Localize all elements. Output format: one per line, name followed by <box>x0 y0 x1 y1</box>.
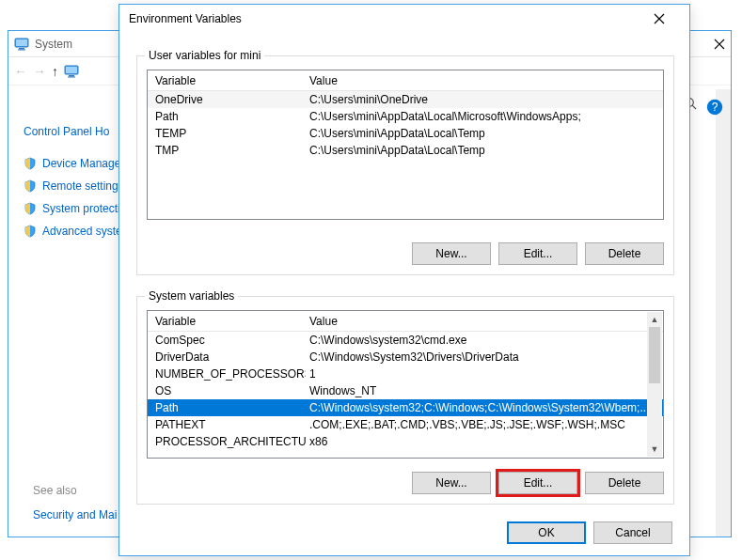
svg-rect-3 <box>18 49 25 50</box>
svg-line-9 <box>692 105 696 109</box>
close-button[interactable] <box>639 6 680 32</box>
var-value: C:\Windows\system32\cmd.exe <box>306 334 663 347</box>
var-value: .COM;.EXE;.BAT;.CMD;.VBS;.VBE;.JS;.JSE;.… <box>306 418 663 431</box>
var-name: OneDrive <box>148 93 306 106</box>
sys-delete-button[interactable]: Delete <box>585 472 664 494</box>
table-row[interactable]: PROCESSOR_ARCHITECTUREx86 <box>148 433 663 450</box>
var-name: TEMP <box>148 127 306 140</box>
table-row[interactable]: ComSpecC:\Windows\system32\cmd.exe <box>148 332 663 349</box>
var-value: C:\Users\mini\AppData\Local\Microsoft\Wi… <box>306 110 663 123</box>
var-name: PATHEXT <box>148 418 306 431</box>
table-row[interactable]: OneDriveC:\Users\mini\OneDrive <box>148 91 663 108</box>
content-scrollbar[interactable] <box>716 89 731 537</box>
system-close-button[interactable] <box>714 39 725 50</box>
sidebar: Control Panel Ho Device ManagerRemote se… <box>24 125 132 247</box>
svg-rect-1 <box>16 39 27 46</box>
col-value[interactable]: Value <box>306 74 663 87</box>
table-row[interactable]: TEMPC:\Users\mini\AppData\Local\Temp <box>148 125 663 142</box>
list-scrollbar[interactable]: ▲ ▼ <box>647 312 662 457</box>
scroll-thumb[interactable] <box>649 327 660 383</box>
system-vars-group: System variables Variable Value ComSpecC… <box>136 296 674 505</box>
var-name: NUMBER_OF_PROCESSORS <box>148 367 306 381</box>
table-row[interactable]: NUMBER_OF_PROCESSORS1 <box>148 366 663 382</box>
col-variable[interactable]: Variable <box>148 315 306 328</box>
monitor-icon <box>64 64 79 79</box>
sidebar-item[interactable]: Device Manager <box>24 157 132 170</box>
monitor-icon <box>14 37 29 52</box>
system-vars-list[interactable]: Variable Value ComSpecC:\Windows\system3… <box>147 310 664 459</box>
user-delete-button[interactable]: Delete <box>585 242 664 265</box>
user-new-button[interactable]: New... <box>412 242 491 265</box>
shield-icon <box>24 157 37 170</box>
table-row[interactable]: PathC:\Windows\system32;C:\Windows;C:\Wi… <box>148 399 663 416</box>
user-vars-buttons: New... Edit... Delete <box>412 242 664 265</box>
var-value: C:\Users\mini\OneDrive <box>306 93 663 106</box>
var-value: C:\Users\mini\AppData\Local\Temp <box>306 144 663 157</box>
see-also-section: See also Security and Mai <box>33 484 117 521</box>
var-name: Path <box>148 401 306 414</box>
system-vars-buttons: New... Edit... Delete <box>412 472 664 494</box>
table-row[interactable]: PATHEXT.COM;.EXE;.BAT;.CMD;.VBS;.VBE;.JS… <box>148 416 663 433</box>
sidebar-item[interactable]: Remote settings <box>24 179 132 193</box>
user-vars-list[interactable]: Variable Value OneDriveC:\Users\mini\One… <box>147 70 664 220</box>
var-value: C:\Users\mini\AppData\Local\Temp <box>306 127 663 140</box>
svg-text:?: ? <box>712 101 718 114</box>
var-name: Path <box>148 110 306 123</box>
sidebar-item-label: System protectio <box>42 202 126 215</box>
dialog-title: Environment Variables <box>129 12 242 25</box>
env-vars-dialog: Environment Variables User variables for… <box>118 4 690 556</box>
shield-icon <box>24 202 37 215</box>
scroll-up-icon[interactable]: ▲ <box>647 312 662 327</box>
shield-icon <box>24 179 37 193</box>
sidebar-item-label: Remote settings <box>42 179 124 193</box>
col-variable[interactable]: Variable <box>148 74 306 87</box>
sys-new-button[interactable]: New... <box>412 472 491 494</box>
user-edit-button[interactable]: Edit... <box>498 242 577 265</box>
dialog-titlebar: Environment Variables <box>119 5 689 33</box>
sys-edit-button[interactable]: Edit... <box>498 472 577 494</box>
sidebar-item[interactable]: Advanced system <box>24 225 132 238</box>
svg-rect-5 <box>66 67 77 73</box>
system-vars-label: System variables <box>145 289 238 303</box>
table-row[interactable]: OSWindows_NT <box>148 382 663 399</box>
var-name: DriverData <box>148 350 306 364</box>
cancel-button[interactable]: Cancel <box>593 521 672 544</box>
var-value: x86 <box>306 435 663 448</box>
var-value: C:\Windows\System32\Drivers\DriverData <box>306 350 663 364</box>
see-also-label: See also <box>33 484 117 497</box>
scroll-down-icon[interactable]: ▼ <box>647 442 662 457</box>
nav-up-icon[interactable]: ↑ <box>52 64 58 79</box>
svg-rect-7 <box>68 76 75 77</box>
dialog-footer: OK Cancel <box>507 521 672 544</box>
sidebar-item[interactable]: System protectio <box>24 202 132 215</box>
col-value[interactable]: Value <box>306 315 663 328</box>
list-header: Variable Value <box>148 311 663 332</box>
table-row[interactable]: PathC:\Users\mini\AppData\Local\Microsof… <box>148 108 663 125</box>
var-value: C:\Windows\system32;C:\Windows;C:\Window… <box>306 401 663 414</box>
var-name: OS <box>148 384 306 397</box>
var-name: ComSpec <box>148 334 306 347</box>
control-panel-home-link[interactable]: Control Panel Ho <box>24 125 132 138</box>
list-header: Variable Value <box>148 70 663 91</box>
var-name: PROCESSOR_ARCHITECTURE <box>148 435 306 448</box>
var-value: 1 <box>306 367 663 381</box>
svg-rect-2 <box>19 48 24 50</box>
security-maintenance-link[interactable]: Security and Mai <box>33 508 117 521</box>
user-vars-group: User variables for mini Variable Value O… <box>136 55 674 275</box>
nav-forward-icon[interactable]: → <box>33 64 46 79</box>
table-row[interactable]: TMPC:\Users\mini\AppData\Local\Temp <box>148 142 663 159</box>
shield-icon <box>24 225 37 238</box>
ok-button[interactable]: OK <box>507 521 586 544</box>
system-title: System <box>35 38 72 51</box>
svg-rect-6 <box>69 75 74 77</box>
sidebar-item-label: Device Manager <box>42 157 124 170</box>
user-vars-label: User variables for mini <box>145 49 264 62</box>
nav-back-icon[interactable]: ← <box>14 64 27 79</box>
var-name: TMP <box>148 144 306 157</box>
var-value: Windows_NT <box>306 384 663 397</box>
help-icon[interactable]: ? <box>706 99 723 116</box>
table-row[interactable]: DriverDataC:\Windows\System32\Drivers\Dr… <box>148 349 663 366</box>
